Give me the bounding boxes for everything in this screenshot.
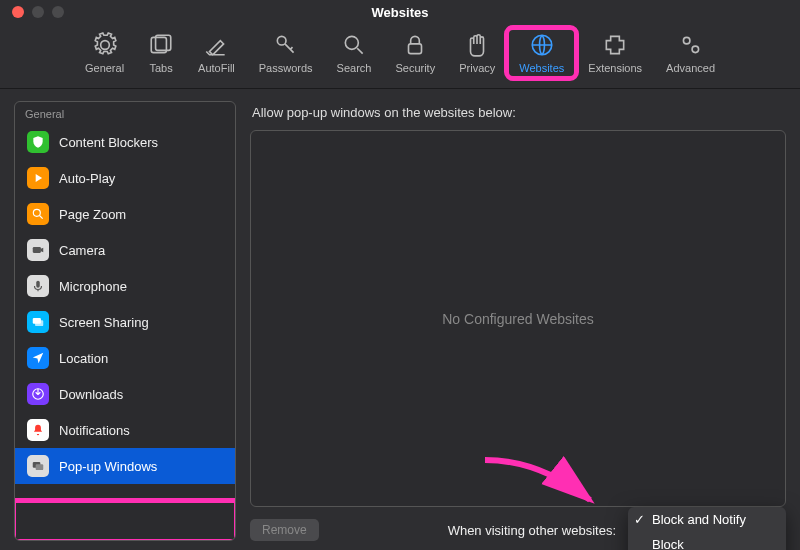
microphone-icon <box>27 275 49 297</box>
sidebar-item-popup-windows[interactable]: Pop-up Windows <box>15 448 235 484</box>
tab-advanced[interactable]: Advanced <box>654 28 727 78</box>
search-icon <box>341 32 367 58</box>
sidebar-item-screen-sharing[interactable]: Screen Sharing <box>15 304 235 340</box>
window-icon <box>27 455 49 477</box>
tab-websites[interactable]: Websites <box>507 28 576 78</box>
annotation-highlight <box>14 498 236 541</box>
tab-security[interactable]: Security <box>383 28 447 78</box>
tab-autofill[interactable]: AutoFill <box>186 28 247 78</box>
main-header: Allow pop-up windows on the websites bel… <box>250 101 786 130</box>
globe-icon <box>529 32 555 58</box>
svg-point-6 <box>683 37 690 44</box>
gear-icon <box>92 32 118 58</box>
play-icon <box>27 167 49 189</box>
hand-icon <box>464 32 490 58</box>
sidebar-item-camera[interactable]: Camera <box>15 232 235 268</box>
dropdown-option-block-notify[interactable]: Block and Notify <box>628 507 786 532</box>
tab-label: Privacy <box>459 62 495 74</box>
pencil-icon <box>203 32 229 58</box>
svg-rect-15 <box>36 464 44 470</box>
sidebar-item-label: Page Zoom <box>59 207 126 222</box>
sidebar-item-location[interactable]: Location <box>15 340 235 376</box>
sidebar-item-content-blockers[interactable]: Content Blockers <box>15 124 235 160</box>
tab-search[interactable]: Search <box>325 28 384 78</box>
sidebar-item-label: Microphone <box>59 279 127 294</box>
sidebar-item-label: Location <box>59 351 108 366</box>
titlebar: Websites <box>0 0 800 24</box>
svg-point-3 <box>345 36 358 49</box>
dropdown-option-block[interactable]: Block <box>628 532 786 550</box>
sidebar-item-label: Content Blockers <box>59 135 158 150</box>
shield-icon <box>27 131 49 153</box>
key-icon <box>273 32 299 58</box>
preferences-window: Websites General Tabs AutoFill Passwords… <box>0 0 800 550</box>
sidebar-item-page-zoom[interactable]: Page Zoom <box>15 196 235 232</box>
footer-controls: Remove When visiting other websites: Blo… <box>250 507 786 541</box>
tab-label: Security <box>395 62 435 74</box>
tab-extensions[interactable]: Extensions <box>576 28 654 78</box>
location-icon <box>27 347 49 369</box>
preferences-toolbar: General Tabs AutoFill Passwords Search S… <box>0 24 800 89</box>
sidebar-item-label: Auto-Play <box>59 171 115 186</box>
gears-icon <box>678 32 704 58</box>
window-title: Websites <box>0 5 800 20</box>
sidebar-item-label: Camera <box>59 243 105 258</box>
visiting-dropdown-menu: Block and Notify Block Allow <box>628 507 786 550</box>
sidebar-item-label: Notifications <box>59 423 130 438</box>
tab-label: Tabs <box>149 62 172 74</box>
tab-privacy[interactable]: Privacy <box>447 28 507 78</box>
sidebar: General Content Blockers Auto-Play Page … <box>14 101 236 541</box>
svg-point-8 <box>33 209 40 216</box>
sidebar-item-notifications[interactable]: Notifications <box>15 412 235 448</box>
content-area: General Content Blockers Auto-Play Page … <box>0 89 800 550</box>
svg-rect-9 <box>33 247 41 253</box>
tab-tabs[interactable]: Tabs <box>136 28 186 78</box>
sidebar-item-label: Downloads <box>59 387 123 402</box>
tab-label: General <box>85 62 124 74</box>
bell-icon <box>27 419 49 441</box>
tab-passwords[interactable]: Passwords <box>247 28 325 78</box>
tabs-icon <box>148 32 174 58</box>
tab-label: Websites <box>519 62 564 74</box>
lock-icon <box>402 32 428 58</box>
sidebar-group-label: General <box>15 102 235 124</box>
tab-label: Search <box>337 62 372 74</box>
screen-icon <box>27 311 49 333</box>
tab-label: Advanced <box>666 62 715 74</box>
sidebar-item-downloads[interactable]: Downloads <box>15 376 235 412</box>
remove-button[interactable]: Remove <box>250 519 319 541</box>
sidebar-item-microphone[interactable]: Microphone <box>15 268 235 304</box>
sidebar-item-label: Screen Sharing <box>59 315 149 330</box>
download-icon <box>27 383 49 405</box>
main-panel: Allow pop-up windows on the websites bel… <box>250 101 786 541</box>
tab-label: Passwords <box>259 62 313 74</box>
svg-rect-4 <box>409 44 422 54</box>
sidebar-item-auto-play[interactable]: Auto-Play <box>15 160 235 196</box>
camera-icon <box>27 239 49 261</box>
tab-label: Extensions <box>588 62 642 74</box>
zoom-icon <box>27 203 49 225</box>
puzzle-icon <box>602 32 628 58</box>
tab-general[interactable]: General <box>73 28 136 78</box>
visiting-label: When visiting other websites: <box>448 523 616 538</box>
websites-list[interactable]: No Configured Websites <box>250 130 786 507</box>
sidebar-item-label: Pop-up Windows <box>59 459 157 474</box>
svg-point-2 <box>277 36 286 45</box>
empty-state-label: No Configured Websites <box>442 311 593 327</box>
svg-rect-10 <box>36 281 40 288</box>
svg-point-7 <box>692 46 699 53</box>
svg-rect-12 <box>35 320 43 326</box>
tab-label: AutoFill <box>198 62 235 74</box>
